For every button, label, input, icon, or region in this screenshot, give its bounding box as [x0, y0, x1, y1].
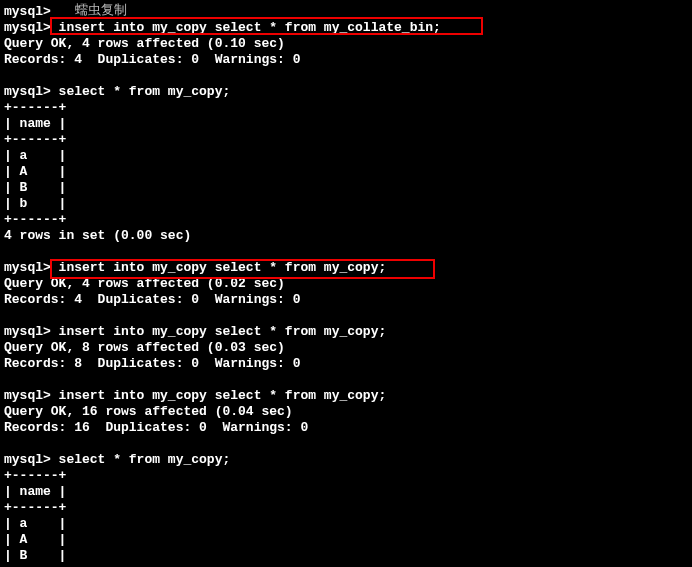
terminal-line: | name |: [4, 484, 688, 500]
terminal-line: [4, 244, 688, 260]
terminal-line: +------+: [4, 468, 688, 484]
terminal-line: mysql> insert into my_copy select * from…: [4, 20, 688, 36]
terminal-line: Records: 4 Duplicates: 0 Warnings: 0: [4, 52, 688, 68]
terminal-line: | B |: [4, 548, 688, 564]
terminal-line: mysql> select * from my_copy;: [4, 452, 688, 468]
terminal-line: | b |: [4, 196, 688, 212]
terminal-line: [4, 68, 688, 84]
terminal-line: | a |: [4, 516, 688, 532]
terminal-line: Query OK, 4 rows affected (0.02 sec): [4, 276, 688, 292]
terminal-line: Query OK, 16 rows affected (0.04 sec): [4, 404, 688, 420]
terminal-line: mysql> insert into my_copy select * from…: [4, 260, 688, 276]
annotation-label: 蠕虫复制: [75, 2, 127, 18]
terminal-line: | B |: [4, 180, 688, 196]
terminal-line: +------+: [4, 212, 688, 228]
terminal-line: +------+: [4, 132, 688, 148]
terminal-line: | name |: [4, 116, 688, 132]
terminal-line: Records: 4 Duplicates: 0 Warnings: 0: [4, 292, 688, 308]
terminal-line: | a |: [4, 148, 688, 164]
terminal-line: Records: 16 Duplicates: 0 Warnings: 0: [4, 420, 688, 436]
terminal-line: mysql> insert into my_copy select * from…: [4, 388, 688, 404]
terminal-line: [4, 308, 688, 324]
terminal-line: Query OK, 4 rows affected (0.10 sec): [4, 36, 688, 52]
terminal-line: 4 rows in set (0.00 sec): [4, 228, 688, 244]
terminal-line: mysql> insert into my_copy select * from…: [4, 324, 688, 340]
terminal-line: [4, 436, 688, 452]
terminal-line: [4, 372, 688, 388]
terminal-output: mysql> mysql> insert into my_copy select…: [4, 4, 688, 564]
terminal-line: +------+: [4, 500, 688, 516]
terminal-line: mysql> select * from my_copy;: [4, 84, 688, 100]
terminal-line: +------+: [4, 100, 688, 116]
terminal-line: | A |: [4, 164, 688, 180]
terminal-line: | A |: [4, 532, 688, 548]
terminal-line: Query OK, 8 rows affected (0.03 sec): [4, 340, 688, 356]
terminal-line: Records: 8 Duplicates: 0 Warnings: 0: [4, 356, 688, 372]
